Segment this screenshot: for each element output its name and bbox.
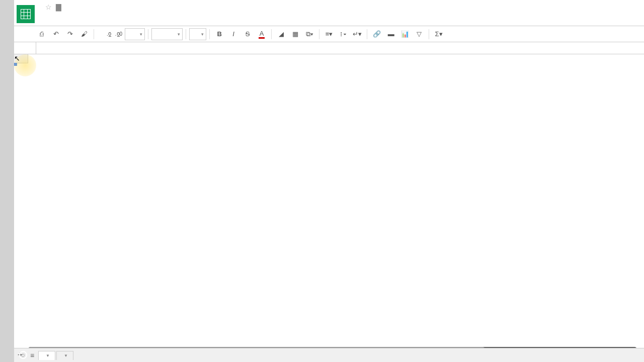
- wrap-icon[interactable]: ↵▾: [351, 28, 364, 41]
- increase-decimal-button[interactable]: .0̲0: [114, 31, 124, 37]
- select-all-corner[interactable]: [14, 54, 28, 63]
- chart-icon[interactable]: 📊: [398, 28, 412, 41]
- star-icon[interactable]: ☆: [45, 3, 52, 11]
- number-format-select[interactable]: [125, 28, 145, 40]
- paint-format-icon[interactable]: 🖌: [77, 28, 91, 41]
- formula-bar: [14, 42, 644, 54]
- v-align-icon[interactable]: ⫶▾: [337, 28, 350, 41]
- sheet-tab-bar: + ≡ ▼ ▼: [14, 348, 644, 362]
- sheets-logo[interactable]: [17, 5, 35, 23]
- filter-icon[interactable]: ▽: [413, 28, 426, 41]
- bold-button[interactable]: B: [213, 28, 226, 41]
- strike-button[interactable]: S: [241, 28, 254, 41]
- sheet-tab-copy[interactable]: ▼: [56, 351, 73, 360]
- italic-button[interactable]: I: [227, 28, 240, 41]
- app-window: ☆ ▇ ⎙ ↶ ↷ 🖌 .0̲ .0̲0 B I S A ◢ ▦: [14, 0, 644, 362]
- font-select[interactable]: [151, 28, 183, 40]
- add-sheet-button[interactable]: +: [14, 350, 26, 360]
- print-icon[interactable]: ⎙: [35, 28, 48, 41]
- title-bar: ☆ ▇: [14, 0, 644, 14]
- chevron-down-icon[interactable]: ▼: [64, 353, 68, 358]
- toolbar: ⎙ ↶ ↷ 🖌 .0̲ .0̲0 B I S A ◢ ▦ ⧉▾ ≡▾ ⫶▾ ↵▾…: [14, 26, 644, 42]
- comment-icon[interactable]: ▬: [384, 28, 397, 41]
- sheet-tab-sheet1[interactable]: ▼: [38, 351, 55, 360]
- menu-bar: [14, 14, 644, 26]
- all-sheets-button[interactable]: ≡: [26, 351, 38, 359]
- functions-icon[interactable]: Σ▾: [432, 28, 445, 41]
- merge-cells-icon[interactable]: ⧉▾: [303, 28, 316, 41]
- redo-icon[interactable]: ↷: [63, 28, 76, 41]
- folder-icon[interactable]: ▇: [56, 3, 61, 11]
- text-color-button[interactable]: A: [255, 28, 268, 41]
- h-align-icon[interactable]: ≡▾: [323, 28, 336, 41]
- chevron-down-icon[interactable]: ▼: [46, 353, 50, 358]
- link-icon[interactable]: 🔗: [370, 28, 383, 41]
- decrease-decimal-button[interactable]: .0̲: [105, 31, 113, 37]
- borders-icon[interactable]: ▦: [289, 28, 302, 41]
- undo-icon[interactable]: ↶: [49, 28, 62, 41]
- formula-input[interactable]: [36, 42, 644, 54]
- font-size-select[interactable]: [189, 28, 206, 40]
- sheet-area: ↖: [14, 54, 644, 351]
- fill-color-icon[interactable]: ◢: [275, 28, 288, 41]
- fx-label: [14, 42, 36, 54]
- active-cell-outline: [15, 63, 17, 65]
